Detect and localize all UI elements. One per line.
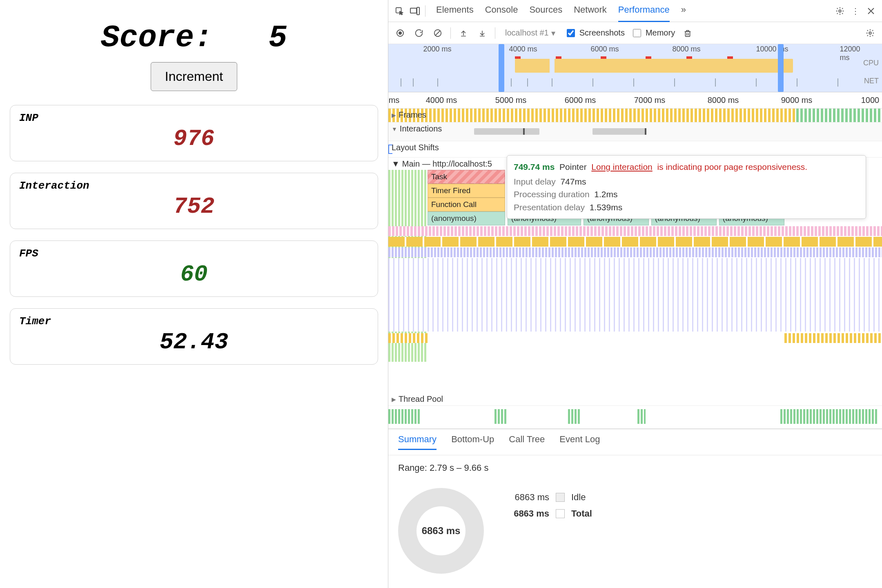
interaction-marker xyxy=(523,128,525,135)
lane-thread-pool-label: Thread Pool xyxy=(399,394,443,404)
tooltip-input-delay-value: 747ms xyxy=(560,177,586,186)
gpu-activity xyxy=(388,409,421,424)
ruler-tick: 9000 ms xyxy=(781,96,813,105)
increment-button[interactable]: Increment xyxy=(151,62,237,91)
flame-anonymous[interactable]: (anonymous) xyxy=(428,212,505,225)
flame-timer-fired[interactable]: Timer Fired xyxy=(428,184,505,198)
summary-donut-center: 6863 ms xyxy=(422,525,461,537)
drawer-tab-calltree[interactable]: Call Tree xyxy=(509,434,545,450)
ov-tick: 2000 ms xyxy=(423,45,451,53)
memory-label: Memory xyxy=(646,28,675,38)
lane-frames[interactable]: ▶Frames xyxy=(388,109,882,122)
timeline-ruler[interactable]: ms 4000 ms 5000 ms 6000 ms 7000 ms 8000 … xyxy=(388,92,882,109)
flame-task[interactable]: Task xyxy=(428,170,505,184)
lane-interactions[interactable]: ▼Interactions xyxy=(388,122,882,141)
overview-cpu-band xyxy=(515,59,793,73)
svg-point-3 xyxy=(839,10,841,12)
gpu-activity xyxy=(494,409,507,424)
gpu-activity xyxy=(780,409,878,424)
timeline-lanes: ▶Frames ▼Interactions Layout Shifts ▼Mai… xyxy=(388,109,882,429)
device-toggle-icon[interactable] xyxy=(410,6,420,16)
collapse-icon[interactable]: ▼ xyxy=(392,159,400,169)
details-drawer: Summary Bottom-Up Call Tree Event Log Ra… xyxy=(388,429,882,588)
memory-check-input[interactable] xyxy=(633,29,641,37)
tooltip-warn-link[interactable]: Long interaction xyxy=(591,162,652,172)
legend-total-swatch xyxy=(556,509,565,518)
record-button[interactable] xyxy=(394,27,406,39)
profile-select-label: localhost #1 xyxy=(505,28,549,38)
expand-icon[interactable]: ▶ xyxy=(392,112,396,118)
flame-strip xyxy=(388,333,429,343)
drawer-tabs: Summary Bottom-Up Call Tree Event Log xyxy=(388,429,882,455)
tab-sources[interactable]: Sources xyxy=(529,0,562,22)
flame-strip xyxy=(784,333,882,343)
lane-thread-pool[interactable]: ▶Thread Pool xyxy=(388,393,882,406)
tab-performance[interactable]: Performance xyxy=(618,0,670,22)
close-devtools-icon[interactable] xyxy=(866,6,876,16)
settings-gear-icon[interactable] xyxy=(835,6,845,16)
card-timer: Timer 52.43 xyxy=(10,308,378,365)
card-interaction-value: 752 xyxy=(19,194,369,220)
perf-settings-gear-icon[interactable] xyxy=(864,27,876,39)
ruler-tick: 1000 xyxy=(861,96,880,105)
kebab-menu-icon[interactable]: ⋮ xyxy=(850,6,861,16)
tooltip-pres-value: 1.539ms xyxy=(590,203,623,212)
drawer-tab-bottomup[interactable]: Bottom-Up xyxy=(451,434,494,450)
overview-minimap[interactable]: 2000 ms 4000 ms 6000 ms 8000 ms 10000 ms… xyxy=(388,44,882,92)
tooltip-proc-label: Processing duration xyxy=(514,189,590,199)
expand-icon[interactable]: ▶ xyxy=(392,396,396,403)
overview-net-bars xyxy=(388,78,882,89)
svg-rect-7 xyxy=(686,31,690,36)
summary-donut: 6863 ms xyxy=(398,488,484,574)
svg-rect-1 xyxy=(410,8,416,13)
clear-button[interactable] xyxy=(432,27,444,39)
flame-function-call[interactable]: Function Call xyxy=(428,198,505,212)
legend-total-ms: 6863 ms xyxy=(500,508,549,519)
card-fps: FPS 60 xyxy=(10,241,378,297)
tab-more[interactable]: » xyxy=(681,0,686,22)
legend-idle-swatch xyxy=(556,493,565,502)
screenshots-check-input[interactable] xyxy=(567,29,575,37)
collapse-icon[interactable]: ▼ xyxy=(392,126,397,132)
svg-rect-2 xyxy=(417,7,419,15)
interaction-bar[interactable] xyxy=(592,128,646,135)
flame-strip xyxy=(388,226,882,236)
ov-tick: 6000 ms xyxy=(590,45,619,53)
card-fps-value: 60 xyxy=(19,261,369,287)
flame-strip xyxy=(388,247,882,257)
interaction-bar[interactable] xyxy=(474,128,539,135)
devtools-panel: Elements Console Sources Network Perform… xyxy=(388,0,882,588)
gc-icon[interactable] xyxy=(682,27,694,39)
lane-layout-shifts-label: Layout Shifts xyxy=(392,143,439,152)
upload-profile-icon[interactable] xyxy=(457,27,470,39)
drawer-tab-eventlog[interactable]: Event Log xyxy=(559,434,600,450)
tooltip-warn-rest: is indicating poor page responsiveness. xyxy=(657,162,807,172)
card-timer-label: Timer xyxy=(19,315,369,327)
ruler-tick: 4000 ms xyxy=(426,96,457,105)
flame-strip xyxy=(388,237,882,247)
score-label: Score: xyxy=(101,20,213,56)
profile-select[interactable]: localhost #1 ▾ xyxy=(502,27,559,40)
download-profile-icon[interactable] xyxy=(476,27,488,39)
lane-main[interactable]: ▼Main — http://localhost:5 749.74 ms Poi… xyxy=(388,158,882,393)
card-inp-label: INP xyxy=(19,112,369,124)
tab-network[interactable]: Network xyxy=(574,0,607,22)
tab-console[interactable]: Console xyxy=(485,0,518,22)
card-inp: INP 976 xyxy=(10,105,378,161)
tooltip-input-delay-label: Input delay xyxy=(514,177,556,186)
tab-elements[interactable]: Elements xyxy=(436,0,474,22)
overview-cpu-label: CPU xyxy=(863,59,879,67)
memory-checkbox[interactable]: Memory xyxy=(631,28,675,38)
legend-idle-label: Idle xyxy=(571,492,586,503)
ruler-tick: 6000 ms xyxy=(565,96,596,105)
inspect-icon[interactable] xyxy=(394,6,405,16)
score-heading: Score: 5 xyxy=(10,20,378,56)
tooltip-proc-value: 1.2ms xyxy=(594,189,617,199)
lane-gpu[interactable]: GPU xyxy=(388,406,882,429)
card-interaction-label: Interaction xyxy=(19,180,369,192)
drawer-tab-summary[interactable]: Summary xyxy=(398,434,437,450)
ruler-tick: 5000 ms xyxy=(495,96,527,105)
ov-tick: 4000 ms xyxy=(509,45,537,53)
reload-record-button[interactable] xyxy=(413,27,425,39)
screenshots-checkbox[interactable]: Screenshots xyxy=(565,28,625,38)
